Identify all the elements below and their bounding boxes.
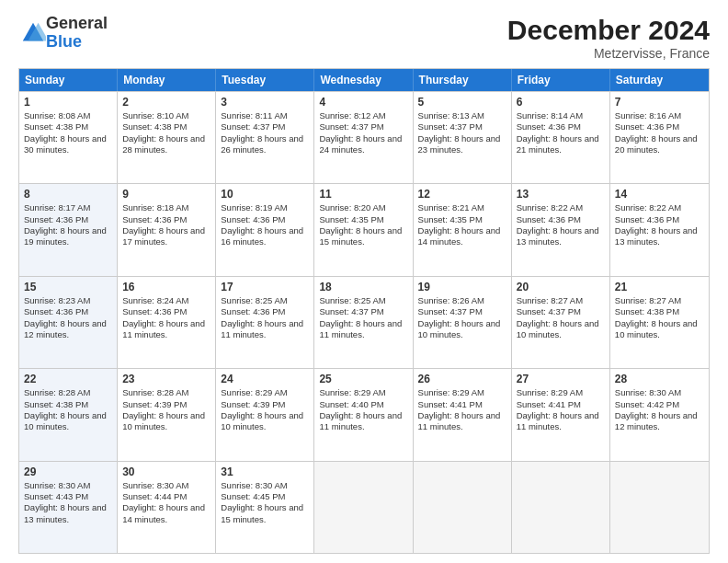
cell-dec19: 19 Sunrise: 8:26 AM Sunset: 4:37 PM Dayl…: [414, 277, 512, 368]
sunrise-text: Sunrise: 8:16 AM: [615, 110, 704, 121]
week-row-4: 22 Sunrise: 8:28 AM Sunset: 4:38 PM Dayl…: [19, 368, 709, 460]
day-num: 6: [517, 96, 605, 109]
sunrise-text: Sunrise: 8:30 AM: [122, 480, 210, 491]
sunset-text: Sunset: 4:39 PM: [122, 399, 210, 410]
cell-dec24: 24 Sunrise: 8:29 AM Sunset: 4:39 PM Dayl…: [216, 369, 314, 460]
day-num: 21: [615, 281, 704, 293]
day-num: 12: [418, 188, 506, 201]
sunrise-text: Sunrise: 8:18 AM: [122, 202, 210, 213]
sunrise-text: Sunrise: 8:27 AM: [517, 295, 605, 306]
sunrise-text: Sunrise: 8:22 AM: [517, 202, 605, 213]
sunrise-text: Sunrise: 8:12 AM: [319, 110, 407, 121]
header: General Blue December 2024 Metzervisse, …: [18, 15, 710, 61]
cell-dec31: 31 Sunrise: 8:30 AM Sunset: 4:45 PM Dayl…: [216, 462, 314, 553]
sunset-text: Sunset: 4:36 PM: [517, 214, 605, 225]
cell-dec9: 9 Sunrise: 8:18 AM Sunset: 4:36 PM Dayli…: [118, 184, 216, 275]
sunset-text: Sunset: 4:37 PM: [517, 306, 605, 317]
day-num: 7: [615, 96, 704, 109]
sunset-text: Sunset: 4:36 PM: [221, 306, 309, 317]
sunrise-text: Sunrise: 8:30 AM: [615, 387, 704, 398]
sunrise-text: Sunrise: 8:29 AM: [418, 387, 506, 398]
daylight-text: Daylight: 8 hours and 24 minutes.: [319, 133, 407, 156]
daylight-text: Daylight: 8 hours and 10 minutes.: [122, 410, 210, 433]
cell-dec26: 26 Sunrise: 8:29 AM Sunset: 4:41 PM Dayl…: [414, 369, 512, 460]
sunset-text: Sunset: 4:41 PM: [418, 399, 506, 410]
day-num: 27: [517, 373, 605, 385]
logo: General Blue: [18, 15, 108, 52]
cell-dec29: 29 Sunrise: 8:30 AM Sunset: 4:43 PM Dayl…: [19, 462, 118, 553]
header-tuesday: Tuesday: [216, 69, 314, 91]
title-block: December 2024 Metzervisse, France: [507, 15, 710, 61]
daylight-text: Daylight: 8 hours and 13 minutes.: [615, 225, 704, 248]
daylight-text: Daylight: 8 hours and 28 minutes.: [122, 133, 210, 156]
daylight-text: Daylight: 8 hours and 19 minutes.: [24, 225, 112, 248]
cell-dec23: 23 Sunrise: 8:28 AM Sunset: 4:39 PM Dayl…: [118, 369, 216, 460]
sunset-text: Sunset: 4:43 PM: [24, 491, 112, 502]
logo-blue-text: Blue: [46, 32, 82, 51]
calendar-body: 1 Sunrise: 8:08 AM Sunset: 4:38 PM Dayli…: [19, 91, 709, 553]
day-num: 13: [517, 188, 605, 201]
day-num: 11: [319, 188, 407, 201]
daylight-text: Daylight: 8 hours and 15 minutes.: [319, 225, 407, 248]
cell-dec21: 21 Sunrise: 8:27 AM Sunset: 4:38 PM Dayl…: [610, 277, 709, 368]
daylight-text: Daylight: 8 hours and 30 minutes.: [24, 133, 112, 156]
cell-dec20: 20 Sunrise: 8:27 AM Sunset: 4:37 PM Dayl…: [512, 277, 610, 368]
sunrise-text: Sunrise: 8:19 AM: [221, 202, 309, 213]
daylight-text: Daylight: 8 hours and 10 minutes.: [517, 318, 605, 341]
sunset-text: Sunset: 4:36 PM: [122, 306, 210, 317]
cell-dec6: 6 Sunrise: 8:14 AM Sunset: 4:36 PM Dayli…: [512, 92, 610, 183]
sunrise-text: Sunrise: 8:11 AM: [221, 110, 309, 121]
cell-dec12: 12 Sunrise: 8:21 AM Sunset: 4:35 PM Dayl…: [414, 184, 512, 275]
cell-dec16: 16 Sunrise: 8:24 AM Sunset: 4:36 PM Dayl…: [118, 277, 216, 368]
header-thursday: Thursday: [414, 69, 512, 91]
day-num: 15: [24, 281, 112, 293]
day-num: 14: [615, 188, 704, 201]
cell-dec3: 3 Sunrise: 8:11 AM Sunset: 4:37 PM Dayli…: [216, 92, 314, 183]
sunset-text: Sunset: 4:37 PM: [319, 121, 407, 132]
cell-dec5: 5 Sunrise: 8:13 AM Sunset: 4:37 PM Dayli…: [414, 92, 512, 183]
cell-dec11: 11 Sunrise: 8:20 AM Sunset: 4:35 PM Dayl…: [314, 184, 413, 275]
daylight-text: Daylight: 8 hours and 11 minutes.: [517, 410, 605, 433]
cell-empty-3: [512, 462, 610, 553]
cell-empty-1: [314, 462, 413, 553]
sunrise-text: Sunrise: 8:23 AM: [24, 295, 112, 306]
week-row-2: 8 Sunrise: 8:17 AM Sunset: 4:36 PM Dayli…: [19, 183, 709, 275]
sunset-text: Sunset: 4:37 PM: [221, 121, 309, 132]
day-num: 2: [122, 96, 210, 109]
day-num: 29: [24, 465, 112, 478]
cell-dec10: 10 Sunrise: 8:19 AM Sunset: 4:36 PM Dayl…: [216, 184, 314, 275]
cell-dec4: 4 Sunrise: 8:12 AM Sunset: 4:37 PM Dayli…: [314, 92, 413, 183]
daylight-text: Daylight: 8 hours and 12 minutes.: [24, 318, 112, 341]
cell-dec30: 30 Sunrise: 8:30 AM Sunset: 4:44 PM Dayl…: [118, 462, 216, 553]
cell-dec22: 22 Sunrise: 8:28 AM Sunset: 4:38 PM Dayl…: [19, 369, 118, 460]
header-friday: Friday: [512, 69, 610, 91]
sunset-text: Sunset: 4:36 PM: [122, 214, 210, 225]
day-num: 22: [24, 373, 112, 385]
logo-general-text: General: [46, 14, 108, 32]
sunrise-text: Sunrise: 8:20 AM: [319, 202, 407, 213]
day-num: 17: [221, 281, 309, 293]
daylight-text: Daylight: 8 hours and 10 minutes.: [418, 318, 506, 341]
sunset-text: Sunset: 4:41 PM: [517, 399, 605, 410]
cell-dec14: 14 Sunrise: 8:22 AM Sunset: 4:36 PM Dayl…: [610, 184, 709, 275]
daylight-text: Daylight: 8 hours and 10 minutes.: [24, 410, 112, 433]
sunrise-text: Sunrise: 8:25 AM: [221, 295, 309, 306]
day-num: 24: [221, 373, 309, 385]
sunset-text: Sunset: 4:45 PM: [221, 491, 309, 502]
daylight-text: Daylight: 8 hours and 11 minutes.: [319, 318, 407, 341]
day-num: 30: [122, 465, 210, 478]
sunrise-text: Sunrise: 8:29 AM: [517, 387, 605, 398]
sunrise-text: Sunrise: 8:26 AM: [418, 295, 506, 306]
day-num: 19: [418, 281, 506, 293]
cell-dec15: 15 Sunrise: 8:23 AM Sunset: 4:36 PM Dayl…: [19, 277, 118, 368]
day-num: 16: [122, 281, 210, 293]
sunset-text: Sunset: 4:37 PM: [418, 306, 506, 317]
sunrise-text: Sunrise: 8:10 AM: [122, 110, 210, 121]
day-num: 18: [319, 281, 407, 293]
sunrise-text: Sunrise: 8:21 AM: [418, 202, 506, 213]
sunset-text: Sunset: 4:38 PM: [24, 399, 112, 410]
sunset-text: Sunset: 4:40 PM: [319, 399, 407, 410]
cell-dec27: 27 Sunrise: 8:29 AM Sunset: 4:41 PM Dayl…: [512, 369, 610, 460]
sunset-text: Sunset: 4:37 PM: [418, 121, 506, 132]
daylight-text: Daylight: 8 hours and 20 minutes.: [615, 133, 704, 156]
